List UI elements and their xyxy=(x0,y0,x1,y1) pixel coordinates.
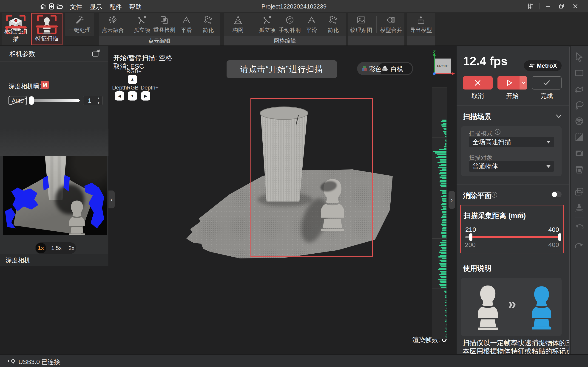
feature-scan-mode-button-selected[interactable]: 特征扫描 xyxy=(31,13,62,45)
restore-button[interactable] xyxy=(557,2,566,10)
collapse-panel-tab[interactable]: ‹ xyxy=(108,191,115,209)
scan-object-value: 普通物体 xyxy=(472,162,498,171)
distance-histogram xyxy=(432,87,447,339)
selection-tools-strip xyxy=(571,46,588,354)
pointcloud-fusion-label: 点云融合 xyxy=(102,26,124,34)
texture-map-button[interactable]: 纹理贴图 xyxy=(346,15,376,36)
one-click-process-button[interactable]: 一键处理 xyxy=(65,15,95,36)
minimize-button[interactable] xyxy=(543,2,552,10)
scan-settings-panel: 12.4 fps MetroX 取消 开始 完成 扫描场景 扫描模式 i xyxy=(456,46,570,354)
redo-icon[interactable] xyxy=(574,238,584,248)
chevron-down-icon[interactable] xyxy=(556,114,562,118)
distance-high-value: 400 xyxy=(548,226,559,234)
stepper-down-icon[interactable]: ▼ xyxy=(97,101,100,105)
exposure-slider[interactable] xyxy=(31,99,80,102)
manual-mode-badge[interactable]: M xyxy=(41,81,49,89)
exposure-slider-handle[interactable] xyxy=(29,96,34,105)
settings-sliders-icon[interactable] xyxy=(526,2,535,10)
fps-readout: 12.4 fps xyxy=(463,54,508,68)
popout-panel-icon[interactable] xyxy=(91,49,100,57)
start-label: 开始 xyxy=(497,92,527,100)
zoom-1x-button[interactable]: 1x xyxy=(36,243,46,253)
color-mode-label[interactable]: 彩色 xyxy=(369,65,381,73)
play-icon xyxy=(506,80,512,86)
pointcloud-fusion-button[interactable]: 点云融合 xyxy=(98,15,128,36)
distance-handle-high[interactable] xyxy=(558,234,561,241)
marker-scan-label: 标记点扫描 xyxy=(2,27,30,43)
mesh-build-button[interactable]: 构网 xyxy=(223,15,253,36)
finish-scan-button[interactable] xyxy=(532,76,562,90)
distance-handle-low[interactable] xyxy=(469,234,472,241)
panel-divider xyxy=(457,105,570,106)
scan-mode-info-icon[interactable]: i xyxy=(495,129,501,135)
delete-selection-icon[interactable] xyxy=(574,164,584,175)
mesh-simplify-button[interactable]: 简化 xyxy=(318,15,348,36)
key-label-depth-plus: Depth+ xyxy=(141,84,159,91)
zoom-1-5x-button[interactable]: 1.5x xyxy=(51,245,61,251)
camera-parameters-title: 相机参数 xyxy=(9,50,35,58)
auto-exposure-button[interactable]: Auto xyxy=(9,96,27,105)
cancel-label: 取消 xyxy=(463,92,493,100)
scan-object-label: 扫描对象 xyxy=(469,154,493,162)
duplicate-icon[interactable] xyxy=(574,186,584,196)
expand-panel-tab[interactable]: › xyxy=(449,191,455,209)
mesh-group: 构网 孤立项 手动补洞 平滑 简化 xyxy=(224,13,346,36)
panel-divider xyxy=(457,184,570,184)
start-options-dropdown[interactable] xyxy=(519,76,527,90)
scan-distance-info-icon[interactable]: i xyxy=(519,212,524,217)
gizmo-front-label: FRONT xyxy=(437,64,449,68)
instructions-photo-bust xyxy=(472,284,504,331)
camera-parameters-header: 相机参数 xyxy=(0,46,108,61)
mesh-simplify-label: 简化 xyxy=(328,26,339,34)
marker-scan-mode-button[interactable]: 标记点扫描 xyxy=(2,13,30,45)
pointcloud-simplify-button[interactable]: 简化 xyxy=(193,15,223,36)
panel-scrollbar[interactable] xyxy=(569,47,570,353)
tool-divider xyxy=(575,182,584,182)
app-window: 文件 显示 配件 帮助 Project12202024102239 xyxy=(0,0,588,367)
texture-map-label: 纹理贴图 xyxy=(350,26,372,34)
remove-plane-info-icon[interactable]: i xyxy=(492,192,497,198)
scan-mode-dropdown[interactable]: 全场高速扫描 xyxy=(469,137,554,147)
overlap-detect-icon xyxy=(159,15,169,25)
undo-icon[interactable] xyxy=(574,222,584,232)
isolated-items-icon xyxy=(137,15,147,25)
zoom-2x-button[interactable]: 2x xyxy=(69,245,74,251)
remove-plane-toggle[interactable] xyxy=(552,192,562,197)
stepper-up-icon[interactable]: ▲ xyxy=(97,96,100,100)
mesh-group-label: 网格编辑 xyxy=(224,36,346,45)
toolbar: 标记点扫描 特征扫描 一键处理 点云融合 xyxy=(0,12,588,46)
panel-gradient xyxy=(0,129,108,156)
axis-gizmo[interactable]: FRONT Z X xyxy=(422,50,456,78)
scan-mode-value: 全场高速扫描 xyxy=(472,138,511,146)
stamp-icon[interactable] xyxy=(574,202,584,213)
pointcloud-simplify-label: 简化 xyxy=(203,26,214,34)
cancel-scan-button[interactable] xyxy=(463,76,493,90)
plane-clip-icon[interactable] xyxy=(574,132,584,142)
hide-region-icon[interactable] xyxy=(574,148,584,158)
white-model-label[interactable]: 白模 xyxy=(391,65,403,73)
sphere-brush-icon[interactable] xyxy=(574,116,584,126)
start-scan-button[interactable] xyxy=(497,76,527,90)
scan-object-dropdown[interactable]: 普通物体 xyxy=(469,161,554,172)
pointcloud-smooth-label: 平滑 xyxy=(181,26,192,34)
select-cursor-icon[interactable] xyxy=(574,52,584,62)
render-mode-toggle[interactable]: 彩色 白模 xyxy=(357,62,413,75)
distance-max-label: 400 xyxy=(548,241,559,249)
rect-select-icon[interactable] xyxy=(574,68,584,78)
model-merge-button[interactable]: 模型合并 xyxy=(376,15,406,36)
distance-track-active[interactable] xyxy=(471,236,560,238)
camera-parameters-panel: 相机参数 深度相机曝光 M Auto 1 ▲ ▼ xyxy=(0,46,108,266)
scan-mode-label: 扫描模式 xyxy=(469,129,493,137)
close-button[interactable] xyxy=(571,2,580,10)
lasso-select-icon[interactable] xyxy=(574,100,584,110)
instructions-card: » xyxy=(461,278,562,336)
export-model-button[interactable]: 导出模型 xyxy=(406,15,436,36)
export-model-icon xyxy=(416,15,426,25)
preview-bust xyxy=(66,199,88,235)
polyline-select-icon[interactable] xyxy=(574,84,584,94)
pointcloud-group-label: 点云编辑 xyxy=(99,36,220,45)
scan-region-rectangle[interactable] xyxy=(251,98,373,257)
device-button[interactable]: MetroX xyxy=(524,60,562,71)
exposure-value-stepper[interactable]: 1 ▲ ▼ xyxy=(83,96,103,105)
depth-camera-label: 深度相机 xyxy=(6,256,30,264)
